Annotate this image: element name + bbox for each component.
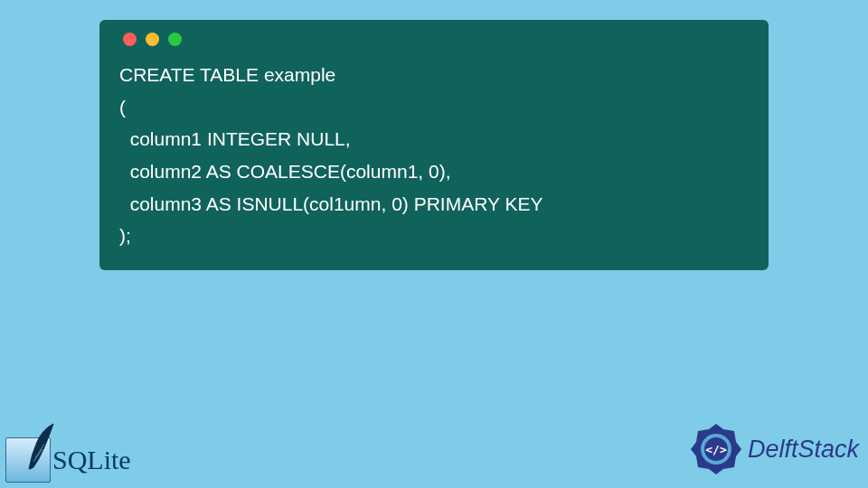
code-line: column2 AS COALESCE(column1, 0), (119, 161, 451, 182)
delftstack-text: DelftStack (748, 436, 859, 464)
delftstack-logo: </> DelftStack (688, 421, 859, 477)
delftstack-badge-icon: </> (688, 421, 744, 477)
code-window: CREATE TABLE example ( column1 INTEGER N… (99, 20, 769, 270)
svg-text:</>: </> (705, 443, 727, 456)
code-line: ); (119, 225, 131, 246)
code-block: CREATE TABLE example ( column1 INTEGER N… (119, 59, 749, 252)
code-line: CREATE TABLE example (119, 64, 335, 85)
code-line: column3 AS ISNULL(col1umn, 0) PRIMARY KE… (119, 193, 542, 214)
sqlite-square-icon (5, 437, 51, 483)
sqlite-text: SQLite (52, 445, 131, 475)
code-line: ( (119, 97, 126, 117)
sqlite-logo: SQLite (5, 437, 131, 483)
feather-icon (24, 422, 59, 474)
minimize-icon (146, 33, 159, 46)
maximize-icon (168, 33, 182, 46)
code-line: column1 INTEGER NULL, (119, 128, 351, 149)
window-controls (119, 33, 749, 46)
close-icon (123, 33, 137, 46)
